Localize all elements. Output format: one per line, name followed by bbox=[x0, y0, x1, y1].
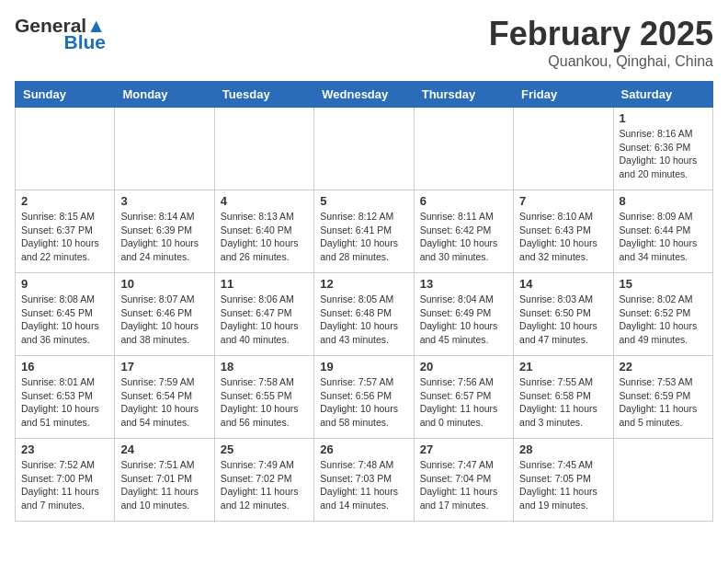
weekday-header-tuesday: Tuesday bbox=[214, 82, 313, 108]
calendar-cell bbox=[314, 108, 414, 190]
day-number: 20 bbox=[420, 360, 507, 373]
day-info: Sunrise: 7:57 AM Sunset: 6:56 PM Dayligh… bbox=[320, 375, 407, 430]
calendar-cell: 6Sunrise: 8:11 AM Sunset: 6:42 PM Daylig… bbox=[414, 190, 513, 273]
day-info: Sunrise: 8:02 AM Sunset: 6:52 PM Dayligh… bbox=[620, 293, 707, 347]
week-row-5: 23Sunrise: 7:52 AM Sunset: 7:00 PM Dayli… bbox=[16, 439, 713, 522]
day-number: 9 bbox=[21, 277, 108, 291]
week-row-1: 1Sunrise: 8:16 AM Sunset: 6:36 PM Daylig… bbox=[16, 108, 713, 190]
day-info: Sunrise: 8:08 AM Sunset: 6:45 PM Dayligh… bbox=[21, 293, 108, 347]
calendar-cell: 21Sunrise: 7:55 AM Sunset: 6:58 PM Dayli… bbox=[514, 356, 613, 439]
calendar-cell: 3Sunrise: 8:14 AM Sunset: 6:39 PM Daylig… bbox=[115, 190, 214, 273]
day-info: Sunrise: 8:03 AM Sunset: 6:50 PM Dayligh… bbox=[519, 293, 607, 347]
day-info: Sunrise: 7:53 AM Sunset: 6:59 PM Dayligh… bbox=[620, 375, 707, 430]
day-number: 2 bbox=[21, 194, 108, 208]
calendar-table: SundayMondayTuesdayWednesdayThursdayFrid… bbox=[15, 81, 713, 522]
weekday-header-monday: Monday bbox=[115, 82, 214, 108]
calendar-cell bbox=[414, 108, 513, 190]
day-number: 1 bbox=[620, 111, 707, 125]
day-info: Sunrise: 7:55 AM Sunset: 6:58 PM Dayligh… bbox=[519, 375, 607, 430]
calendar-cell: 5Sunrise: 8:12 AM Sunset: 6:41 PM Daylig… bbox=[314, 190, 414, 273]
calendar-cell bbox=[514, 108, 613, 190]
day-info: Sunrise: 8:12 AM Sunset: 6:41 PM Dayligh… bbox=[320, 210, 407, 264]
day-number: 7 bbox=[519, 194, 607, 208]
day-number: 11 bbox=[221, 277, 308, 291]
calendar-cell: 11Sunrise: 8:06 AM Sunset: 6:47 PM Dayli… bbox=[214, 273, 313, 356]
day-info: Sunrise: 7:56 AM Sunset: 6:57 PM Dayligh… bbox=[420, 375, 507, 430]
day-info: Sunrise: 8:07 AM Sunset: 6:46 PM Dayligh… bbox=[120, 293, 208, 347]
calendar-cell: 27Sunrise: 7:47 AM Sunset: 7:04 PM Dayli… bbox=[414, 439, 513, 522]
day-number: 27 bbox=[420, 442, 507, 456]
day-info: Sunrise: 8:04 AM Sunset: 6:49 PM Dayligh… bbox=[420, 293, 507, 347]
day-info: Sunrise: 8:15 AM Sunset: 6:37 PM Dayligh… bbox=[21, 210, 108, 264]
calendar-cell: 1Sunrise: 8:16 AM Sunset: 6:36 PM Daylig… bbox=[613, 108, 712, 190]
calendar-cell: 4Sunrise: 8:13 AM Sunset: 6:40 PM Daylig… bbox=[214, 190, 313, 273]
day-info: Sunrise: 8:16 AM Sunset: 6:36 PM Dayligh… bbox=[620, 127, 707, 181]
month-year-title: February 2025 bbox=[489, 15, 713, 53]
day-number: 28 bbox=[519, 442, 607, 456]
title-area: February 2025 Quankou, Qinghai, China bbox=[489, 15, 713, 70]
day-number: 8 bbox=[620, 194, 707, 208]
header: General▲ Blue February 2025 Quankou, Qin… bbox=[15, 15, 713, 70]
calendar-cell: 18Sunrise: 7:58 AM Sunset: 6:55 PM Dayli… bbox=[214, 356, 313, 439]
calendar-cell: 17Sunrise: 7:59 AM Sunset: 6:54 PM Dayli… bbox=[115, 356, 214, 439]
day-number: 15 bbox=[620, 277, 707, 291]
day-number: 4 bbox=[221, 194, 308, 208]
day-number: 17 bbox=[120, 360, 208, 373]
day-number: 10 bbox=[120, 277, 208, 291]
day-number: 18 bbox=[221, 360, 308, 373]
day-number: 25 bbox=[221, 442, 308, 456]
day-number: 23 bbox=[21, 442, 108, 456]
calendar-cell: 26Sunrise: 7:48 AM Sunset: 7:03 PM Dayli… bbox=[314, 439, 414, 522]
calendar-cell: 12Sunrise: 8:05 AM Sunset: 6:48 PM Dayli… bbox=[314, 273, 414, 356]
calendar-cell: 19Sunrise: 7:57 AM Sunset: 6:56 PM Dayli… bbox=[314, 356, 414, 439]
weekday-header-row: SundayMondayTuesdayWednesdayThursdayFrid… bbox=[16, 82, 713, 108]
day-number: 5 bbox=[320, 194, 407, 208]
day-info: Sunrise: 7:45 AM Sunset: 7:05 PM Dayligh… bbox=[519, 458, 607, 512]
day-number: 22 bbox=[620, 360, 707, 373]
calendar-cell: 10Sunrise: 8:07 AM Sunset: 6:46 PM Dayli… bbox=[115, 273, 214, 356]
calendar-cell: 20Sunrise: 7:56 AM Sunset: 6:57 PM Dayli… bbox=[414, 356, 513, 439]
weekday-header-wednesday: Wednesday bbox=[314, 82, 414, 108]
calendar-cell: 7Sunrise: 8:10 AM Sunset: 6:43 PM Daylig… bbox=[514, 190, 613, 273]
day-number: 19 bbox=[320, 360, 407, 373]
day-info: Sunrise: 7:59 AM Sunset: 6:54 PM Dayligh… bbox=[120, 375, 208, 430]
week-row-3: 9Sunrise: 8:08 AM Sunset: 6:45 PM Daylig… bbox=[16, 273, 713, 356]
day-info: Sunrise: 7:52 AM Sunset: 7:00 PM Dayligh… bbox=[21, 458, 108, 512]
day-info: Sunrise: 7:58 AM Sunset: 6:55 PM Dayligh… bbox=[221, 375, 308, 430]
calendar-cell: 15Sunrise: 8:02 AM Sunset: 6:52 PM Dayli… bbox=[613, 273, 712, 356]
calendar-cell: 13Sunrise: 8:04 AM Sunset: 6:49 PM Dayli… bbox=[414, 273, 513, 356]
day-number: 6 bbox=[420, 194, 507, 208]
day-number: 26 bbox=[320, 442, 407, 456]
calendar-cell bbox=[16, 108, 115, 190]
calendar-cell: 2Sunrise: 8:15 AM Sunset: 6:37 PM Daylig… bbox=[16, 190, 115, 273]
day-info: Sunrise: 8:09 AM Sunset: 6:44 PM Dayligh… bbox=[620, 210, 707, 264]
day-info: Sunrise: 8:01 AM Sunset: 6:53 PM Dayligh… bbox=[21, 375, 108, 430]
calendar-cell: 24Sunrise: 7:51 AM Sunset: 7:01 PM Dayli… bbox=[115, 439, 214, 522]
day-number: 24 bbox=[120, 442, 208, 456]
location-subtitle: Quankou, Qinghai, China bbox=[489, 53, 713, 70]
calendar-cell: 22Sunrise: 7:53 AM Sunset: 6:59 PM Dayli… bbox=[613, 356, 712, 439]
calendar-cell: 8Sunrise: 8:09 AM Sunset: 6:44 PM Daylig… bbox=[613, 190, 712, 273]
calendar-cell bbox=[613, 439, 712, 522]
day-info: Sunrise: 8:10 AM Sunset: 6:43 PM Dayligh… bbox=[519, 210, 607, 264]
weekday-header-sunday: Sunday bbox=[16, 82, 115, 108]
day-info: Sunrise: 7:49 AM Sunset: 7:02 PM Dayligh… bbox=[221, 458, 308, 512]
day-info: Sunrise: 7:47 AM Sunset: 7:04 PM Dayligh… bbox=[420, 458, 507, 512]
logo-blue-text: Blue bbox=[64, 31, 107, 53]
week-row-2: 2Sunrise: 8:15 AM Sunset: 6:37 PM Daylig… bbox=[16, 190, 713, 273]
logo: General▲ Blue bbox=[15, 15, 106, 53]
day-number: 21 bbox=[519, 360, 607, 373]
day-info: Sunrise: 7:51 AM Sunset: 7:01 PM Dayligh… bbox=[120, 458, 208, 512]
calendar-cell: 16Sunrise: 8:01 AM Sunset: 6:53 PM Dayli… bbox=[16, 356, 115, 439]
day-number: 12 bbox=[320, 277, 407, 291]
day-info: Sunrise: 8:06 AM Sunset: 6:47 PM Dayligh… bbox=[221, 293, 308, 347]
day-number: 14 bbox=[519, 277, 607, 291]
calendar-cell: 9Sunrise: 8:08 AM Sunset: 6:45 PM Daylig… bbox=[16, 273, 115, 356]
weekday-header-saturday: Saturday bbox=[613, 82, 712, 108]
calendar-cell: 23Sunrise: 7:52 AM Sunset: 7:00 PM Dayli… bbox=[16, 439, 115, 522]
day-info: Sunrise: 8:05 AM Sunset: 6:48 PM Dayligh… bbox=[320, 293, 407, 347]
day-number: 16 bbox=[21, 360, 108, 373]
calendar-cell: 28Sunrise: 7:45 AM Sunset: 7:05 PM Dayli… bbox=[514, 439, 613, 522]
day-info: Sunrise: 7:48 AM Sunset: 7:03 PM Dayligh… bbox=[320, 458, 407, 512]
day-info: Sunrise: 8:14 AM Sunset: 6:39 PM Dayligh… bbox=[120, 210, 208, 264]
